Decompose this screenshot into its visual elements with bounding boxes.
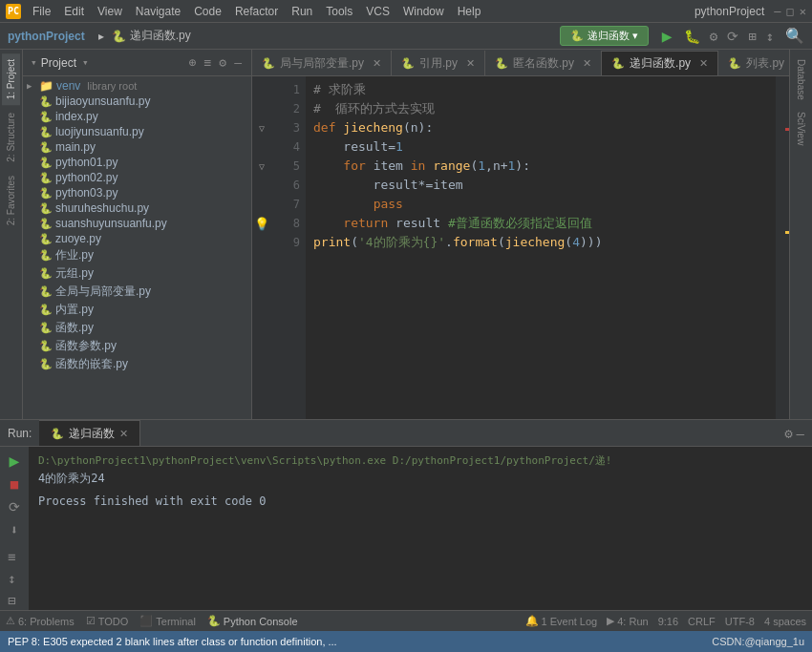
run-minimize-btn[interactable]: — xyxy=(797,426,804,441)
tree-item-py02[interactable]: 🐍 python02.py xyxy=(23,170,251,185)
sidebar-tab-project[interactable]: 1: Project xyxy=(2,53,20,105)
status-python-console[interactable]: 🐍 Python Console xyxy=(207,615,298,627)
sidebar-tab-structure[interactable]: 2: Structure xyxy=(2,107,20,168)
toolbar: pythonProject ▸ 🐍 递归函数.py 🐍 递归函数 ▾ ▶ 🐛 ⚙… xyxy=(0,23,812,50)
project-panel-dropdown[interactable]: ▾ xyxy=(82,56,89,69)
window-maximize[interactable]: □ xyxy=(787,5,794,18)
gutter-6 xyxy=(252,176,271,195)
toolbar-btn-3[interactable]: ⊞ xyxy=(748,29,756,44)
menu-edit[interactable]: Edit xyxy=(58,3,90,20)
tree-item-venv[interactable]: ▶ 📁 venv library root xyxy=(23,78,251,94)
tab-close-yinyong[interactable]: ✕ xyxy=(466,57,475,70)
tree-label-py03: python03.py xyxy=(55,186,118,200)
window-minimize[interactable]: — xyxy=(774,5,780,18)
debug-button[interactable]: 🐛 xyxy=(684,29,700,44)
line-num-7: 7 xyxy=(277,195,300,214)
menu-run[interactable]: Run xyxy=(286,3,318,20)
run-content: ▶ ■ ⟳ ⬇ ≡ ↕ ⊟ 🗑 D:\pythonProject1\python… xyxy=(0,447,812,610)
tab-liebiao[interactable]: 🐍 列表.py ✕ xyxy=(718,51,789,75)
tree-item-main[interactable]: 🐍 main.py xyxy=(23,139,251,155)
gutter-2 xyxy=(252,99,271,118)
tab-yinyong[interactable]: 🐍 引用.py ✕ xyxy=(392,51,485,75)
file-icon-py-6: 🐍 xyxy=(39,172,53,184)
tree-item-zuoye-en[interactable]: 🐍 zuoye.py xyxy=(23,231,251,246)
status-indent[interactable]: 4 spaces xyxy=(764,615,806,627)
menu-code[interactable]: Code xyxy=(188,3,227,20)
panel-hide-btn[interactable]: — xyxy=(232,54,244,71)
code-content[interactable]: # 求阶乘 # 循环的方式去实现 def jiecheng(n): result… xyxy=(306,76,776,419)
tree-label-zuoye-en: zuoye.py xyxy=(55,232,101,245)
search-everywhere-btn[interactable]: 🔍 xyxy=(785,27,804,45)
menu-window[interactable]: Window xyxy=(397,3,450,20)
right-tab-sciview[interactable]: SciView xyxy=(794,106,808,151)
file-icon-py-12: 🐍 xyxy=(39,267,53,280)
tree-item-hanshu-canshu[interactable]: 🐍 函数参数.py xyxy=(23,337,251,355)
status-line-ending[interactable]: CRLF xyxy=(688,615,716,627)
right-tab-database[interactable]: Database xyxy=(794,53,808,106)
tab-niming[interactable]: 🐍 匿名函数.py ✕ xyxy=(485,51,602,75)
run-tab-digui[interactable]: 🐍 递归函数 ✕ xyxy=(39,420,140,446)
run-tab-close[interactable]: ✕ xyxy=(119,428,128,440)
tree-item-shuru[interactable]: 🐍 shuruheshuchu.py xyxy=(23,200,251,216)
run-filter-2[interactable]: ↕ xyxy=(6,569,23,588)
terminal-icon: ⬛ xyxy=(139,615,153,627)
menu-refactor[interactable]: Refactor xyxy=(229,3,284,20)
event-log-label: 1 Event Log xyxy=(542,616,598,627)
tree-item-index[interactable]: 🐍 index.py xyxy=(23,109,251,124)
tree-item-py03[interactable]: 🐍 python03.py xyxy=(23,185,251,200)
tab-icon-digui: 🐍 xyxy=(611,57,625,70)
panel-locate-btn[interactable]: ⊕ xyxy=(187,54,199,71)
minimap xyxy=(776,76,789,419)
run-path-line: D:\pythonProject1\pythonProject\venv\Scr… xyxy=(38,452,802,470)
tree-item-neizhi[interactable]: 🐍 内置.py xyxy=(23,301,251,319)
file-icon-py: 🐍 xyxy=(39,95,53,108)
tab-quanju[interactable]: 🐍 局与局部变量.py ✕ xyxy=(252,51,392,75)
menu-navigate[interactable]: Navigate xyxy=(130,3,186,20)
panel-settings-btn[interactable]: ⚙ xyxy=(217,54,228,71)
panel-collapse-btn[interactable]: ≡ xyxy=(203,54,214,71)
menu-vcs[interactable]: VCS xyxy=(360,3,395,20)
run-filter-3[interactable]: ⊟ xyxy=(6,591,23,610)
run-stop-btn[interactable]: ■ xyxy=(9,474,20,494)
status-run[interactable]: ▶ 4: Run xyxy=(607,615,648,627)
tree-item-quanju[interactable]: 🐍 全局与局部变量.py xyxy=(23,283,251,301)
python-console-label: Python Console xyxy=(224,616,298,627)
run-rerun-btn[interactable]: ⟳ xyxy=(7,497,22,516)
sidebar-tab-favorites[interactable]: 2: Favorites xyxy=(2,170,20,231)
run-button[interactable]: ▶ xyxy=(662,26,673,46)
run-scroll-btn[interactable]: ⬇ xyxy=(9,520,20,539)
window-close[interactable]: ✕ xyxy=(800,5,806,18)
toolbar-btn-1[interactable]: ⚙ xyxy=(710,29,717,44)
tab-close-niming[interactable]: ✕ xyxy=(583,57,591,70)
menu-file[interactable]: File xyxy=(27,3,56,20)
status-todo[interactable]: ☑ TODO xyxy=(86,615,129,627)
run-config-dropdown[interactable]: 🐍 递归函数 ▾ xyxy=(560,26,649,46)
tree-item-hanshu[interactable]: 🐍 函数.py xyxy=(23,319,251,337)
tree-item-luoji[interactable]: 🐍 luojiyunsuanfu.py xyxy=(23,124,251,139)
toolbar-btn-4[interactable]: ↕ xyxy=(766,29,774,44)
tab-label-liebiao: 列表.py xyxy=(746,55,784,72)
tab-close-digui[interactable]: ✕ xyxy=(699,57,708,70)
tab-digui[interactable]: 🐍 递归函数.py ✕ xyxy=(602,51,718,75)
status-position: 9:16 xyxy=(658,615,678,627)
status-encoding[interactable]: UTF-8 xyxy=(725,615,755,627)
run-settings-btn[interactable]: ⚙ xyxy=(784,426,792,441)
menu-view[interactable]: View xyxy=(92,3,128,20)
run-play-btn[interactable]: ▶ xyxy=(10,451,20,471)
tree-item-yuanzu[interactable]: 🐍 元组.py xyxy=(23,264,251,283)
tree-item-zuoye[interactable]: 🐍 作业.py xyxy=(23,246,251,264)
status-event-log[interactable]: 🔔 1 Event Log xyxy=(525,615,598,627)
code-editor[interactable]: ▽ ▽ 💡 1 2 3 4 5 6 7 8 9 xyxy=(252,76,789,419)
run-filter-1[interactable]: ≡ xyxy=(6,547,23,566)
tree-item-suan[interactable]: 🐍 suanshuyunsuanfu.py xyxy=(23,216,251,231)
tree-item-hanshu-qiantao[interactable]: 🐍 函数的嵌套.py xyxy=(23,355,251,373)
toolbar-btn-2[interactable]: ⟳ xyxy=(727,29,738,44)
tab-close-quanju[interactable]: ✕ xyxy=(373,57,381,70)
menu-help[interactable]: Help xyxy=(452,3,487,20)
status-terminal[interactable]: ⬛ Terminal xyxy=(139,615,196,627)
status-problems[interactable]: ⚠ 6: Problems xyxy=(6,615,75,627)
main-area: 1: Project 2: Structure 2: Favorites ▾ P… xyxy=(0,50,812,419)
menu-tools[interactable]: Tools xyxy=(320,3,358,20)
tree-item-bijiao[interactable]: 🐍 bijiaoyunsuanfu.py xyxy=(23,94,251,109)
tree-item-py01[interactable]: 🐍 python01.py xyxy=(23,155,251,170)
